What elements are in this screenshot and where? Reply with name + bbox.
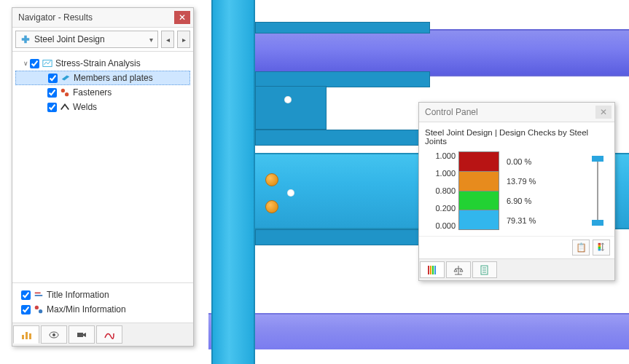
- slider-thumb-min[interactable]: [592, 220, 603, 226]
- tree-checkbox[interactable]: [48, 74, 58, 83]
- tree-root-row[interactable]: ∨ Stress-Strain Analysis: [15, 56, 190, 71]
- navigator-title: Navigator - Results: [18, 12, 174, 23]
- svg-rect-11: [29, 333, 31, 339]
- balance-icon: [453, 264, 464, 276]
- bolt-hole: [287, 189, 294, 197]
- slider-track: [597, 157, 598, 224]
- svg-rect-17: [598, 247, 601, 249]
- svg-rect-14: [77, 333, 83, 337]
- close-button[interactable]: ✕: [595, 106, 612, 119]
- svg-rect-19: [428, 266, 429, 274]
- percent-label: 0.00 %: [507, 157, 543, 166]
- svg-rect-16: [598, 245, 601, 248]
- tree-checkbox[interactable]: [47, 88, 57, 98]
- chevron-down-icon: ▾: [149, 36, 153, 44]
- title-info-icon: [34, 290, 44, 300]
- legend-ticks: 1.000 1.000 0.800 0.200 0.000: [425, 151, 458, 230]
- bolt-hole: [284, 96, 292, 103]
- clipboard-icon: 📋: [576, 242, 587, 253]
- control-panel-titlebar[interactable]: Control Panel ✕: [419, 103, 614, 122]
- tree-item-welds[interactable]: Welds: [15, 100, 190, 114]
- svg-rect-6: [35, 295, 43, 296]
- next-button[interactable]: ▸: [177, 31, 190, 48]
- results-tree: ∨ Stress-Strain Analysis Members and pla…: [12, 52, 193, 282]
- svg-point-7: [35, 306, 39, 309]
- legend-swatch: [459, 210, 499, 229]
- control-panel-tools: 📋: [419, 236, 614, 258]
- result-set-combo[interactable]: Steel Joint Design ▾: [15, 31, 158, 48]
- tree-label: Fasteners: [73, 87, 112, 98]
- svg-point-8: [39, 309, 42, 313]
- svg-rect-18: [598, 249, 601, 251]
- settings-button[interactable]: 📋: [572, 240, 590, 256]
- tree-checkbox[interactable]: [47, 103, 57, 112]
- slider-thumb-max[interactable]: [592, 156, 603, 162]
- svg-point-3: [61, 89, 65, 92]
- option-checkbox[interactable]: [21, 305, 31, 314]
- camera-icon: [76, 329, 87, 341]
- legend-swatches: [458, 151, 499, 230]
- steel-column: [211, 0, 255, 364]
- end-plate: [255, 130, 430, 146]
- option-checkbox[interactable]: [21, 290, 31, 300]
- steel-beam-top: [255, 29, 629, 76]
- percent-label: 79.31 %: [507, 216, 543, 225]
- close-button[interactable]: ✕: [174, 11, 190, 24]
- tab-video[interactable]: [69, 325, 95, 344]
- prev-button[interactable]: ◂: [161, 31, 174, 48]
- control-panel-title: Control Panel: [425, 107, 595, 117]
- svg-rect-20: [430, 266, 431, 274]
- tab-display[interactable]: [13, 325, 39, 344]
- svg-rect-1: [24, 36, 27, 44]
- chart-icon: [20, 329, 32, 341]
- option-title-info[interactable]: Title Information: [15, 288, 190, 302]
- tree-checkbox[interactable]: [30, 59, 39, 68]
- bolt-icon: [265, 173, 278, 186]
- curve-icon: [103, 329, 115, 341]
- control-panel: Control Panel ✕ Steel Joint Design | Des…: [418, 102, 615, 281]
- navigator-options: Title Information Max/Min Information: [12, 282, 193, 323]
- svg-rect-22: [434, 266, 436, 274]
- percent-label: 13.79 %: [507, 177, 543, 186]
- end-plate: [255, 229, 430, 245]
- svg-rect-15: [598, 243, 601, 245]
- tick-label: 1.000: [435, 169, 456, 178]
- option-label: Max/Min Information: [47, 304, 126, 314]
- svg-rect-5: [35, 293, 41, 294]
- document-icon: [479, 264, 491, 276]
- tree-item-fasteners[interactable]: Fasteners: [15, 85, 190, 100]
- end-plate: [255, 71, 430, 87]
- tab-visibility[interactable]: [41, 325, 67, 344]
- tab-graph[interactable]: [96, 325, 122, 344]
- weld-icon: [60, 102, 70, 112]
- control-panel-tabstrip: [419, 258, 614, 280]
- tab-color-scale[interactable]: [420, 261, 445, 278]
- maxmin-icon: [34, 304, 44, 314]
- collapse-icon[interactable]: ∨: [21, 60, 30, 67]
- tab-filter[interactable]: [472, 261, 497, 278]
- bars-icon: [426, 264, 438, 276]
- legend-percents: 0.00 % 13.79 % 6.90 % 79.31 %: [499, 151, 543, 230]
- legend-swatch: [459, 191, 499, 211]
- percent-label: 6.90 %: [507, 197, 543, 205]
- combo-label: Steel Joint Design: [34, 34, 149, 44]
- svg-rect-10: [26, 332, 28, 339]
- tab-factors[interactable]: [446, 261, 471, 278]
- fastener-icon: [60, 87, 70, 98]
- joint-icon: [20, 34, 31, 44]
- eye-icon: [48, 329, 60, 341]
- navigator-tabstrip: [12, 323, 193, 346]
- svg-rect-21: [432, 266, 434, 274]
- option-maxmin-info[interactable]: Max/Min Information: [15, 302, 190, 317]
- color-scale-button[interactable]: [593, 240, 610, 256]
- range-slider[interactable]: [543, 151, 609, 230]
- svg-point-13: [52, 333, 55, 336]
- analysis-icon: [42, 58, 52, 68]
- svg-rect-9: [22, 335, 24, 339]
- navigator-titlebar[interactable]: Navigator - Results ✕: [12, 8, 193, 28]
- tick-label: 0.200: [435, 204, 456, 213]
- tree-item-members-plates[interactable]: Members and plates: [15, 71, 190, 85]
- svg-point-4: [65, 92, 69, 96]
- color-scale-icon: [596, 242, 606, 253]
- legend-swatch: [459, 172, 499, 191]
